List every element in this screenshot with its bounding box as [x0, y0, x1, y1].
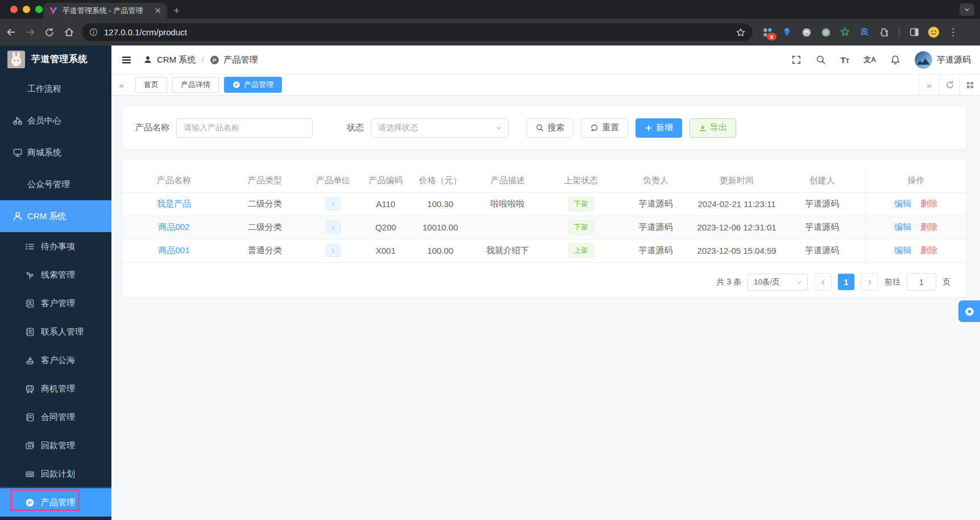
notification-bell-icon[interactable]	[890, 55, 900, 65]
table-card: 产品名称产品类型产品单位产品编码价格（元）产品描述上架状态负责人更新时间创建人操…	[123, 159, 966, 297]
extension-chevrons-icon[interactable]	[858, 26, 870, 38]
sidebar-subitem-商机管理[interactable]: 商机管理	[0, 374, 111, 403]
cell-status: 下架	[545, 216, 617, 239]
extension-grid-icon[interactable]: 6	[762, 26, 774, 38]
sidebar-item-会员中心[interactable]: 会员中心	[0, 105, 111, 137]
sidebar-item-商城系统[interactable]: 商城系统	[0, 137, 111, 168]
settings-gear-button[interactable]	[958, 300, 980, 322]
column-header-价格（元）: 价格（元）	[410, 170, 471, 192]
goto-page-input[interactable]: 1	[907, 273, 936, 291]
row-delete-button[interactable]: 删除	[920, 222, 937, 232]
row-edit-button[interactable]: 编辑	[894, 199, 911, 208]
home-icon[interactable]	[60, 24, 77, 41]
new-tab-button[interactable]: +	[173, 5, 180, 17]
sidebar-subitem-客户公海[interactable]: 客户公海	[0, 346, 111, 374]
status-badge: 下架	[568, 197, 594, 212]
search-icon[interactable]	[816, 55, 826, 65]
sidebar-subitem-回款计划[interactable]: 回款计划	[0, 460, 111, 488]
cell-actions: 编辑删除	[865, 239, 966, 262]
profile-avatar[interactable]	[928, 26, 940, 38]
business-icon	[25, 384, 35, 394]
browser-tab-title: 芋道管理系统 - 产品管理	[63, 6, 151, 16]
row-edit-button[interactable]: 编辑	[894, 222, 911, 232]
create-button[interactable]: 新增	[636, 118, 682, 138]
product-tab-icon: P	[232, 81, 240, 89]
row-delete-button[interactable]: 删除	[920, 245, 937, 255]
forward-icon[interactable]	[22, 24, 39, 41]
page-size-select[interactable]: 10条/页	[748, 274, 808, 291]
status-select[interactable]: 请选择状态	[371, 118, 509, 138]
tab-close-icon[interactable]: ✕	[154, 6, 161, 16]
page-tab-首页[interactable]: 首页	[135, 77, 167, 93]
extension-circle-icon[interactable]	[820, 26, 832, 38]
reset-button[interactable]: 重置	[581, 118, 628, 138]
site-info-icon[interactable]	[89, 27, 98, 37]
chevron-up-icon	[13, 213, 102, 220]
breadcrumb-root[interactable]: CRM 系统	[157, 55, 196, 65]
export-button[interactable]: 导出	[690, 118, 736, 138]
reload-icon[interactable]	[41, 24, 58, 41]
cell-type: 二级分类	[225, 192, 305, 216]
sidebar-subitem-线索管理[interactable]: 线索管理	[0, 261, 111, 289]
sidebar-item-工作流程[interactable]: 工作流程	[0, 73, 111, 105]
sidebar-subitem-联系人管理[interactable]: 联系人管理	[0, 317, 111, 346]
row-edit-button[interactable]: 编辑	[894, 245, 911, 255]
translate-icon[interactable]: 文A	[863, 55, 876, 65]
layout-grid-icon[interactable]	[960, 75, 980, 95]
product-name-link[interactable]: 我是产品	[157, 199, 191, 208]
next-page-button[interactable]	[861, 273, 878, 291]
cell-price: 10010.00	[410, 216, 471, 239]
row-delete-button[interactable]: 删除	[920, 199, 937, 208]
table-row: 我是产品二级分类↑A110100.30啦啦啦啦下架芋道源码2024-02-21 …	[123, 192, 966, 216]
unit-tag: ↑	[326, 197, 341, 211]
sidebar-item-公众号管理[interactable]: 公众号管理	[0, 168, 111, 200]
window-maximize-button[interactable]	[35, 6, 43, 13]
product-name-link[interactable]: 商品002	[158, 222, 189, 232]
back-icon[interactable]	[2, 24, 19, 41]
logo-row: 芋道管理系统	[0, 46, 111, 73]
browser-tabstrip: 芋道管理系统 - 产品管理 ✕ +	[0, 0, 980, 19]
cell-creator: 芋道源码	[779, 239, 865, 262]
side-panel-icon[interactable]	[908, 26, 920, 38]
browser-tab[interactable]: 芋道管理系统 - 产品管理 ✕	[43, 3, 167, 19]
extension-knot-icon[interactable]	[800, 26, 812, 38]
pagination: 共 3 条 10条/页 1 前往 1 页	[716, 273, 950, 291]
collapse-menu-icon[interactable]	[121, 55, 132, 65]
window-minimize-button[interactable]	[23, 6, 30, 13]
prev-page-button[interactable]	[814, 273, 832, 291]
sidebar-item-CRM 系统[interactable]: CRM 系统	[0, 200, 111, 232]
page-tab-产品详情[interactable]: 产品详情	[172, 77, 219, 93]
column-header-上架状态: 上架状态	[545, 170, 617, 192]
svg-text:P: P	[235, 82, 238, 88]
sidebar-subitem-待办事项[interactable]: 待办事项	[0, 232, 111, 261]
product-name-input[interactable]: 请输入产品名称	[176, 118, 313, 138]
cell-code: A110	[362, 192, 410, 216]
current-page-button[interactable]: 1	[838, 274, 854, 290]
refresh-page-icon[interactable]	[939, 75, 960, 95]
screen: 芋道管理系统 - 产品管理 ✕ + 127.0.0.1/crm/product …	[0, 0, 980, 520]
tags-scroll-left-icon[interactable]: «	[111, 80, 132, 90]
browser-menu-icon[interactable]: ⋮	[948, 26, 958, 38]
tab-search-caret[interactable]	[960, 3, 974, 16]
search-button[interactable]: 搜索	[526, 118, 574, 138]
bookmark-star-icon[interactable]	[736, 27, 746, 38]
extension-pin-icon[interactable]	[781, 26, 793, 38]
cell-code: X001	[362, 239, 410, 262]
window-close-button[interactable]	[10, 6, 18, 13]
extension-star-icon[interactable]	[839, 26, 851, 38]
user-menu[interactable]: 芋道源码	[915, 51, 971, 69]
sidebar-subitem-合同管理[interactable]: 合同管理	[0, 403, 111, 431]
sidebar-subitem-产品管理[interactable]: P产品管理	[0, 488, 111, 517]
product-name-link[interactable]: 商品001	[158, 245, 189, 255]
sidebar-subitem-客户管理[interactable]: 客户管理	[0, 289, 111, 317]
fullscreen-icon[interactable]	[791, 55, 802, 65]
url-bar[interactable]: 127.0.0.1/crm/product	[82, 23, 753, 41]
filter-card: 产品名称 请输入产品名称 状态 请选择状态 搜索 重置 新增 导出	[123, 106, 966, 149]
table-row: 商品002二级分类↑Q20010010.00下架芋道源码2023-12-06 1…	[123, 216, 966, 239]
extensions-puzzle-icon[interactable]	[878, 26, 890, 38]
font-size-icon[interactable]: TT	[840, 55, 849, 65]
tags-scroll-right-icon[interactable]: »	[919, 75, 939, 95]
product-breadcrumb-icon: P	[210, 55, 219, 65]
sidebar-subitem-回款管理[interactable]: 回款管理	[0, 431, 111, 460]
page-tab-产品管理[interactable]: P产品管理	[224, 77, 282, 93]
